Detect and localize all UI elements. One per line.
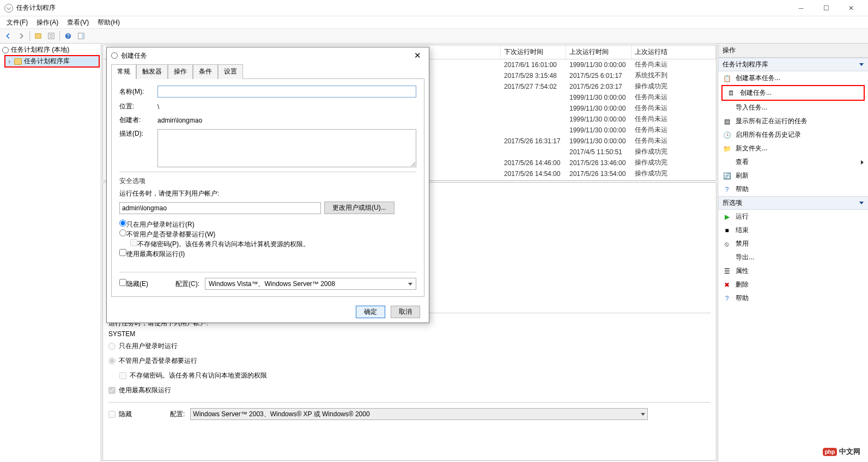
security-header: 安全选项 [119, 177, 416, 186]
window-title: 任务计划程序 [16, 3, 56, 13]
tab-actions[interactable]: 操作 [168, 64, 193, 79]
col-next[interactable]: 下次运行时间 [501, 45, 566, 59]
action-props[interactable]: ☰属性 [718, 264, 868, 278]
delete-icon: ✖ [723, 281, 731, 289]
detail-config-combo: Windows Server™ 2003、Windows® XP 或 Windo… [190, 408, 648, 420]
sidepane-toggle[interactable] [75, 30, 87, 42]
action-refresh[interactable]: 🔄刷新 [718, 169, 868, 183]
folder-icon [14, 58, 22, 65]
detail-config-label: 配置: [170, 410, 185, 419]
help-icon: ? [723, 294, 731, 303]
play-icon: ▶ [723, 212, 731, 221]
tab-settings[interactable]: 设置 [218, 64, 243, 79]
tree-library-label: 任务计划程序库 [24, 57, 70, 66]
up-button[interactable] [32, 30, 44, 42]
chevron-down-icon [641, 413, 645, 416]
watermark-text: 中文网 [839, 447, 860, 457]
action-create-task[interactable]: 🗓创建任务... [721, 85, 865, 101]
action-import[interactable]: 导入任务... [718, 101, 868, 114]
clock-icon [2, 47, 9, 53]
svg-rect-0 [35, 34, 41, 39]
desc-input[interactable] [157, 129, 416, 167]
tab-conditions[interactable]: 条件 [193, 64, 218, 79]
expand-icon[interactable]: › [7, 58, 12, 65]
close-button[interactable]: ✕ [839, 0, 864, 16]
nav-tree: 任务计划程序 (本地) › 任务计划程序库 [0, 44, 101, 462]
check-highest-priv[interactable] [119, 249, 126, 256]
watermark: php 中文网 [823, 447, 860, 457]
props-button[interactable] [45, 30, 57, 42]
detail-hidden: 隐藏 [119, 410, 132, 419]
forward-button[interactable] [15, 30, 27, 42]
maximize-button[interactable]: ☐ [814, 0, 839, 16]
ok-button[interactable]: 确定 [356, 306, 385, 318]
col-last[interactable]: 上次运行时间 [566, 45, 632, 59]
dialog-title: 创建任务 [121, 51, 147, 60]
action-show-running[interactable]: ▤显示所有正在运行的任务 [718, 114, 868, 128]
detail-r1: 只在用户登录时运行 [108, 342, 711, 351]
action-delete[interactable]: ✖删除 [718, 278, 868, 291]
menu-view[interactable]: 查看(V) [64, 17, 92, 28]
action-create-basic[interactable]: 📋创建基本任务... [718, 71, 868, 85]
menu-action[interactable]: 操作(A) [33, 17, 62, 28]
tab-general[interactable]: 常规 [111, 64, 136, 79]
tree-root-label: 任务计划程序 (本地) [11, 45, 69, 54]
disable-icon: ⦸ [723, 240, 731, 248]
history-icon: 🕓 [723, 131, 731, 139]
action-end[interactable]: ■结束 [718, 223, 868, 237]
chevron-up-icon [859, 63, 864, 66]
dialog-tabs: 常规 触发器 操作 条件 设置 [107, 64, 429, 78]
action-disable[interactable]: ⦸禁用 [718, 237, 868, 251]
col-status[interactable]: 上次运行结 [632, 45, 716, 59]
chevron-up-icon [859, 202, 864, 204]
list-icon: ▤ [723, 117, 731, 126]
dialog-titlebar: 创建任务 ✕ [107, 47, 429, 64]
cancel-button[interactable]: 取消 [391, 306, 420, 318]
check-hidden[interactable] [119, 279, 126, 286]
name-label: 名称(M): [119, 87, 152, 96]
author-label: 创建者: [119, 115, 152, 125]
dialog-buttons: 确定 取消 [107, 301, 429, 323]
config-combo[interactable]: Windows Vista™、Windows Server™ 2008 [205, 278, 416, 290]
watermark-badge: php [823, 448, 837, 456]
clock-icon [4, 4, 13, 13]
actions-section-library[interactable]: 任务计划程序库 [718, 58, 868, 71]
radio-any-login[interactable] [119, 229, 126, 236]
config-label: 配置(C): [175, 279, 199, 289]
action-view[interactable]: 查看 [718, 155, 868, 169]
menu-help[interactable]: 帮助(H) [94, 17, 123, 28]
back-button[interactable] [2, 30, 14, 42]
titlebar: 任务计划程序 ─ ☐ ✕ [0, 0, 868, 16]
chevron-down-icon [408, 283, 412, 285]
actions-section-selected[interactable]: 所选项 [718, 196, 868, 210]
account-input[interactable] [119, 202, 321, 214]
minimize-button[interactable]: ─ [788, 0, 814, 16]
dialog-close-button[interactable]: ✕ [411, 50, 424, 62]
tree-root[interactable]: 任务计划程序 (本地) [1, 45, 100, 55]
help-icon: ? [723, 185, 731, 194]
tab-triggers[interactable]: 触发器 [136, 64, 168, 79]
toolbar: ? [0, 28, 868, 44]
actions-header: 操作 [718, 44, 868, 58]
change-user-button[interactable]: 更改用户或组(U)... [324, 202, 394, 214]
caret-right-icon [861, 160, 864, 165]
folder-icon: 📁 [723, 144, 731, 153]
action-enable-history[interactable]: 🕓启用所有任务历史记录 [718, 128, 868, 142]
action-export[interactable]: 导出... [718, 251, 868, 264]
help-icon[interactable]: ? [62, 30, 74, 42]
action-help2[interactable]: ?帮助 [718, 291, 868, 305]
create-task-dialog: 创建任务 ✕ 常规 触发器 操作 条件 设置 名称(M): 位置:\ 创建者:a… [106, 47, 429, 323]
action-run[interactable]: ▶运行 [718, 210, 868, 223]
radio-logged-on[interactable] [119, 220, 126, 227]
action-new-folder[interactable]: 📁新文件夹... [718, 142, 868, 155]
dialog-body: 名称(M): 位置:\ 创建者:admin\longmao 描述(D): 安全选… [111, 78, 424, 297]
name-input[interactable] [157, 86, 416, 98]
desc-label: 描述(D): [119, 129, 152, 138]
action-help[interactable]: ?帮助 [718, 183, 868, 196]
svg-text:?: ? [66, 33, 70, 39]
location-value: \ [157, 103, 159, 111]
props-icon: ☰ [723, 267, 731, 276]
tree-library[interactable]: › 任务计划程序库 [4, 55, 100, 68]
security-prompt: 运行任务时，请使用下列用户帐户: [119, 189, 416, 198]
menu-file[interactable]: 文件(F) [3, 17, 31, 28]
